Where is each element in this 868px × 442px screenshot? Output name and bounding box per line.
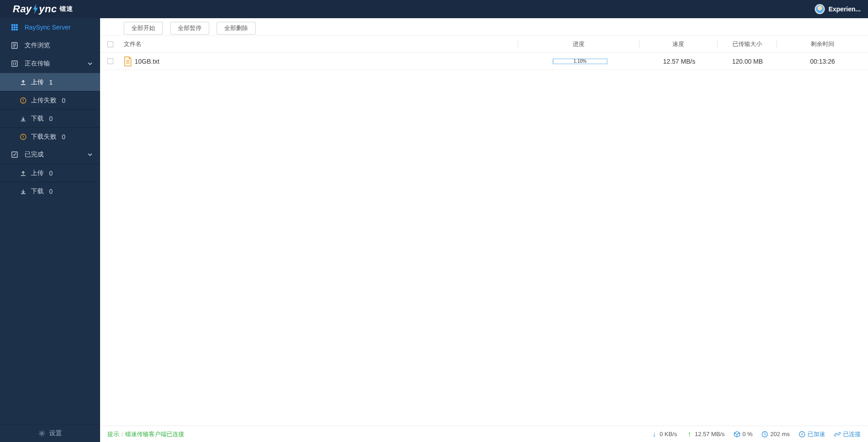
start-all-button[interactable]: 全部开始 <box>124 22 163 35</box>
pause-all-button[interactable]: 全部暂停 <box>170 22 209 35</box>
upload-fail-count: 0 <box>62 97 66 104</box>
download-fail-count: 0 <box>62 133 66 141</box>
svg-rect-4 <box>14 26 15 28</box>
transfer-icon <box>11 60 18 67</box>
col-remain: 剩余时间 <box>777 40 868 48</box>
warning-icon <box>20 97 26 104</box>
svg-rect-8 <box>16 29 18 30</box>
sidebar-label-completed: 已完成 <box>25 151 44 159</box>
up-speed: 12.57 MB/s <box>695 431 725 437</box>
download-icon <box>20 188 26 195</box>
file-browse-icon <box>11 42 18 49</box>
sidebar-label-upload: 上传 <box>31 78 44 86</box>
avatar <box>815 4 825 14</box>
completed-download-count: 0 <box>49 188 53 195</box>
completed-upload-count: 0 <box>49 170 53 177</box>
packet-loss: 0 % <box>742 431 752 437</box>
arrow-down-icon: ↓ <box>651 431 657 437</box>
svg-rect-0 <box>11 24 13 26</box>
col-progress: 进度 <box>518 40 639 48</box>
gear-icon <box>38 430 45 437</box>
user-menu[interactable]: Experien... <box>815 4 861 14</box>
svg-rect-1 <box>14 24 15 26</box>
hint-text: 镭速传输客户端已连接 <box>125 431 184 437</box>
sidebar-sub-completed-upload[interactable]: 上传 0 <box>0 164 100 182</box>
sidebar-item-completed[interactable]: 已完成 <box>0 146 100 164</box>
status-bar: 提示：镭速传输客户端已连接 ↓ 0 KB/s ↑ 12.57 MB/s 0 % <box>100 426 868 442</box>
row-speed: 12.57 MB/s <box>641 58 718 65</box>
bolt-icon <box>32 4 39 14</box>
download-icon <box>20 116 26 122</box>
sidebar-nav: RaySync Server 文件浏览 正在传输 <box>0 18 100 424</box>
header: Ray ync 镭速 Experien... <box>0 0 868 18</box>
chevron-down-icon <box>87 61 93 66</box>
sidebar-label-settings: 设置 <box>49 429 62 437</box>
svg-point-23 <box>41 432 43 434</box>
down-speed: 0 KB/s <box>660 431 677 437</box>
col-name: 文件名 <box>120 40 518 48</box>
sidebar-sub-upload[interactable]: 上传 1 <box>0 73 100 91</box>
status-hint: 提示：镭速传输客户端已连接 <box>107 430 184 438</box>
svg-rect-2 <box>16 24 18 26</box>
main: 全部开始 全部暂停 全部删除 文件名 进度 速度 已传输大小 剩余时间 <box>100 18 868 442</box>
svg-rect-6 <box>11 29 13 30</box>
sidebar-sub-download[interactable]: 下载 0 <box>0 109 100 127</box>
row-remain: 00:13:26 <box>777 58 868 65</box>
warning-icon <box>20 134 26 140</box>
user-name: Experien... <box>828 5 861 13</box>
upload-icon <box>20 170 26 176</box>
sidebar-label-download-fail: 下载失败 <box>31 133 56 141</box>
link-icon <box>834 431 841 437</box>
table-header: 文件名 进度 速度 已传输大小 剩余时间 <box>100 35 868 53</box>
sidebar: RaySync Server 文件浏览 正在传输 <box>0 18 100 442</box>
grid-icon <box>11 24 18 31</box>
sidebar-sub-download-fail[interactable]: 下载失败 0 <box>0 127 100 146</box>
stat-packet-loss: 0 % <box>734 431 752 437</box>
upload-icon <box>20 79 26 85</box>
progress-bar: 1.10% <box>553 59 607 64</box>
stat-up-speed: ↑ 12.57 MB/s <box>686 431 725 437</box>
upload-count: 1 <box>49 79 53 86</box>
sidebar-label-server: RaySync Server <box>25 24 71 31</box>
logo-text-ync: ync <box>39 3 57 15</box>
stat-accelerated: 已加速 <box>799 430 825 438</box>
delete-all-button[interactable]: 全部删除 <box>217 22 256 35</box>
chevron-down-icon <box>87 152 93 157</box>
logo-cn: 镭速 <box>60 5 73 13</box>
latency: 202 ms <box>770 431 790 437</box>
sidebar-item-browse[interactable]: 文件浏览 <box>0 36 100 55</box>
svg-point-18 <box>23 101 24 102</box>
row-transferred: 120.00 MB <box>718 58 777 65</box>
svg-rect-5 <box>16 26 18 28</box>
col-transferred: 已传输大小 <box>717 40 777 48</box>
accelerated: 已加速 <box>807 430 825 438</box>
logo-text-ray: Ray <box>13 3 32 15</box>
sidebar-label-browse: 文件浏览 <box>25 41 50 50</box>
sidebar-settings[interactable]: 设置 <box>0 424 100 442</box>
sidebar-item-transferring[interactable]: 正在传输 <box>0 55 100 73</box>
toolbar: 全部开始 全部暂停 全部删除 <box>100 18 868 35</box>
sidebar-sub-completed-download[interactable]: 下载 0 <box>0 182 100 200</box>
stat-connected: 已连接 <box>834 430 861 438</box>
arrow-up-icon: ↑ <box>686 431 692 437</box>
select-all-checkbox[interactable] <box>107 41 113 47</box>
file-name: 10GB.txt <box>135 58 159 65</box>
table-row[interactable]: 10GB.txt 1.10% 12.57 MB/s 120.00 MB 00:1… <box>100 53 868 70</box>
svg-rect-3 <box>11 26 13 28</box>
stat-latency: 202 ms <box>762 431 790 437</box>
sidebar-label-upload-fail: 上传失败 <box>31 96 56 105</box>
sidebar-sub-upload-fail[interactable]: 上传失败 0 <box>0 91 100 109</box>
row-checkbox[interactable] <box>107 58 113 64</box>
sidebar-label-completed-upload: 上传 <box>31 169 44 177</box>
svg-rect-13 <box>12 61 17 66</box>
sidebar-label-completed-download: 下载 <box>31 187 44 196</box>
sidebar-item-server[interactable]: RaySync Server <box>0 18 100 36</box>
hint-label: 提示： <box>107 431 125 437</box>
stat-down-speed: ↓ 0 KB/s <box>651 431 677 437</box>
sidebar-label-download: 下载 <box>31 115 44 123</box>
connected: 已连接 <box>843 430 861 438</box>
bolt-circle-icon <box>799 431 805 437</box>
progress-text: 1.10% <box>553 59 607 64</box>
file-cell: 10GB.txt <box>124 56 520 66</box>
download-count: 0 <box>49 115 53 122</box>
